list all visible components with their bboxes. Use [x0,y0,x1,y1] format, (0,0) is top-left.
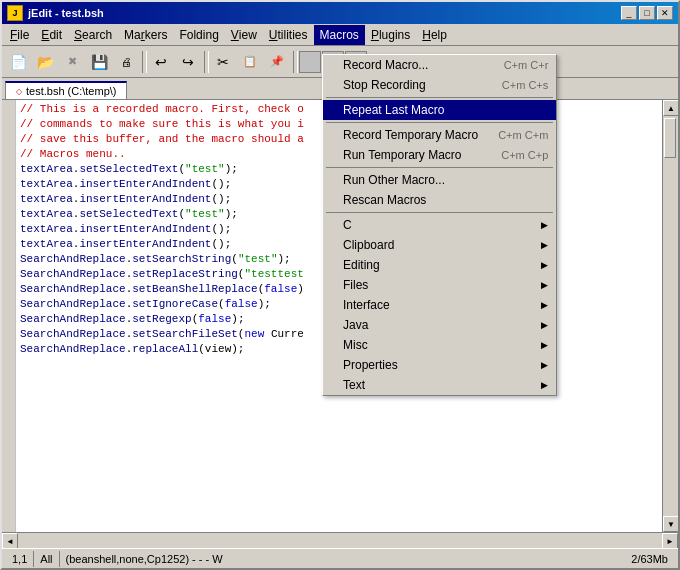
menu-c-submenu[interactable]: C ▶ [323,215,556,235]
toolbar-separator-1 [140,51,147,73]
vertical-scrollbar[interactable]: ▲ ▼ [662,100,678,532]
files-arrow: ▶ [541,280,548,290]
menu-run-temp-macro[interactable]: Run Temporary Macro C+m C+p [323,145,556,165]
search-button[interactable] [299,51,321,73]
menu-file[interactable]: File [4,25,35,45]
menu-interface-submenu[interactable]: Interface ▶ [323,295,556,315]
menu-java-submenu[interactable]: Java ▶ [323,315,556,335]
horizontal-scrollbar[interactable]: ◄ ► [2,532,678,548]
selection-mode: All [34,551,59,567]
separator-2 [326,122,553,123]
stop-recording-shortcut: C+m C+s [502,79,548,91]
scroll-down-button[interactable]: ▼ [663,516,678,532]
menu-utilities[interactable]: Utilities [263,25,314,45]
save-button[interactable]: 💾 [86,49,112,75]
cut-button[interactable]: ✂ [210,49,236,75]
menu-search[interactable]: Search [68,25,118,45]
paste-button[interactable]: 📌 [264,49,290,75]
rescan-macros-label: Rescan Macros [343,193,426,207]
cursor-position: 1,1 [6,551,34,567]
misc-label: Misc [343,338,368,352]
menu-editing-submenu[interactable]: Editing ▶ [323,255,556,275]
toolbar-separator-2 [202,51,209,73]
scroll-track[interactable] [663,116,678,516]
minimize-button[interactable]: _ [621,6,637,20]
run-other-macro-label: Run Other Macro... [343,173,445,187]
redo-button[interactable]: ↪ [175,49,201,75]
scroll-right-button[interactable]: ► [662,533,678,548]
stop-recording-label: Stop Recording [343,78,426,92]
scroll-track-h[interactable] [18,533,662,548]
close-file-button[interactable]: ✖ [59,49,85,75]
menu-repeat-last-macro[interactable]: Repeat Last Macro [323,100,556,120]
misc-arrow: ▶ [541,340,548,350]
memory-info: 2/63Mb [625,551,674,567]
menu-properties-submenu[interactable]: Properties ▶ [323,355,556,375]
app-icon: J [7,5,23,21]
menu-markers[interactable]: Markers [118,25,173,45]
open-button[interactable]: 📂 [32,49,58,75]
menu-folding[interactable]: Folding [173,25,224,45]
toolbar-separator-3 [291,51,298,73]
menu-rescan-macros[interactable]: Rescan Macros [323,190,556,210]
run-temp-macro-label: Run Temporary Macro [343,148,462,162]
menu-misc-submenu[interactable]: Misc ▶ [323,335,556,355]
new-button[interactable]: 📄 [5,49,31,75]
editing-arrow: ▶ [541,260,548,270]
menu-record-temp-macro[interactable]: Record Temporary Macro C+m C+m [323,125,556,145]
editing-label: Editing [343,258,380,272]
title-bar-left: J jEdit - test.bsh [7,5,104,21]
menu-edit[interactable]: Edit [35,25,68,45]
interface-label: Interface [343,298,390,312]
menu-stop-recording[interactable]: Stop Recording C+m C+s [323,75,556,95]
menu-help[interactable]: Help [416,25,453,45]
menu-view[interactable]: View [225,25,263,45]
record-temp-macro-shortcut: C+m C+m [498,129,548,141]
menu-plugins[interactable]: Plugins [365,25,416,45]
run-temp-macro-shortcut: C+m C+p [501,149,548,161]
files-label: Files [343,278,368,292]
fold-gutter [2,100,16,532]
title-bar: J jEdit - test.bsh _ □ ✕ [2,2,678,24]
title-controls: _ □ ✕ [621,6,673,20]
properties-arrow: ▶ [541,360,548,370]
undo-button[interactable]: ↩ [148,49,174,75]
text-label: Text [343,378,365,392]
record-macro-label: Record Macro... [343,58,428,72]
text-arrow: ▶ [541,380,548,390]
clipboard-label: Clipboard [343,238,394,252]
java-label: Java [343,318,368,332]
separator-1 [326,97,553,98]
menu-macros[interactable]: Macros [314,25,365,45]
record-macro-shortcut: C+m C+r [504,59,549,71]
menu-bar: File Edit Search Markers Folding View Ut… [2,24,678,46]
java-arrow: ▶ [541,320,548,330]
c-arrow: ▶ [541,220,548,230]
repeat-last-macro-label: Repeat Last Macro [343,103,444,117]
macros-dropdown: Record Macro... C+m C+r Stop Recording C… [322,54,557,396]
c-label: C [343,218,352,232]
interface-arrow: ▶ [541,300,548,310]
scroll-thumb[interactable] [664,118,676,158]
copy-button[interactable]: 📋 [237,49,263,75]
scroll-up-button[interactable]: ▲ [663,100,678,116]
separator-3 [326,167,553,168]
print-button[interactable]: 🖨 [113,49,139,75]
menu-files-submenu[interactable]: Files ▶ [323,275,556,295]
record-temp-macro-label: Record Temporary Macro [343,128,478,142]
tab-label: test.bsh (C:\temp\) [26,85,116,97]
scroll-left-button[interactable]: ◄ [2,533,18,548]
maximize-button[interactable]: □ [639,6,655,20]
tab-test-bsh[interactable]: ◇ test.bsh (C:\temp\) [5,81,127,99]
clipboard-arrow: ▶ [541,240,548,250]
file-info: (beanshell,none,Cp1252) - - - W [60,551,626,567]
separator-4 [326,212,553,213]
menu-record-macro[interactable]: Record Macro... C+m C+r [323,55,556,75]
close-button[interactable]: ✕ [657,6,673,20]
menu-run-other-macro[interactable]: Run Other Macro... [323,170,556,190]
window-title: jEdit - test.bsh [28,7,104,19]
menu-text-submenu[interactable]: Text ▶ [323,375,556,395]
menu-clipboard-submenu[interactable]: Clipboard ▶ [323,235,556,255]
properties-label: Properties [343,358,398,372]
tab-modified-icon: ◇ [16,87,22,96]
